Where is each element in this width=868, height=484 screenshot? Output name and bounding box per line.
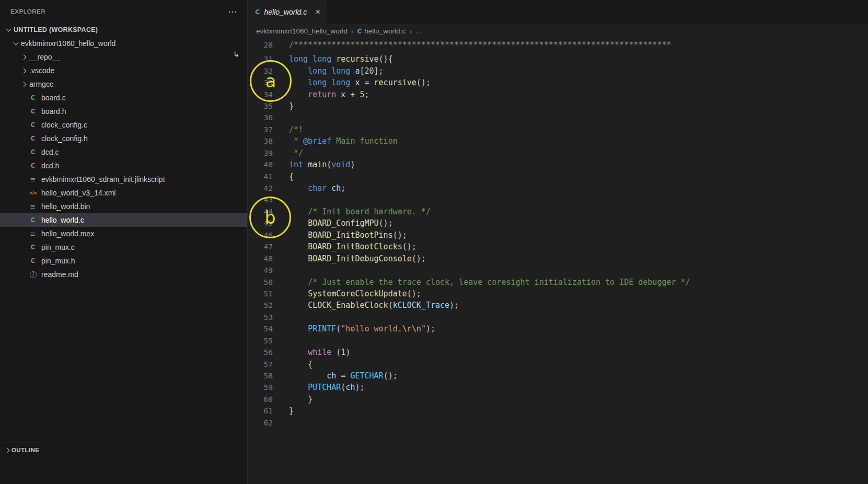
breadcrumb-segment[interactable]: evkbmimxrt1060_hello_world bbox=[256, 27, 348, 35]
close-icon[interactable]: × bbox=[315, 7, 320, 16]
line-number[interactable]: 54 bbox=[248, 325, 273, 333]
code-token: (); bbox=[412, 254, 426, 263]
tree-item-pin-mux-c[interactable]: Cpin_mux.c bbox=[0, 240, 247, 254]
tree-item-hello-world-bin[interactable]: ≡hello_world.bin bbox=[0, 200, 247, 213]
line-number[interactable]: 48 bbox=[248, 255, 273, 263]
code-text: BOARD_InitDebugConsole(); bbox=[273, 252, 426, 264]
line-number[interactable]: 33 bbox=[248, 78, 273, 87]
breadcrumb-segment[interactable]: Chello_world.c bbox=[357, 27, 406, 35]
code-line: 36 bbox=[248, 112, 868, 123]
c-file-icon: C bbox=[28, 244, 38, 251]
line-number[interactable]: 42 bbox=[248, 184, 273, 192]
tree-item-board-h[interactable]: Cboard.h bbox=[0, 105, 247, 118]
code-text: } bbox=[273, 394, 313, 405]
tree-item-dcd-c[interactable]: Cdcd.c bbox=[0, 145, 247, 159]
code-text: /***************************************… bbox=[273, 39, 672, 51]
line-number[interactable]: 46 bbox=[248, 231, 273, 239]
indent-guide-line bbox=[308, 370, 308, 382]
code-line: 61} bbox=[248, 405, 868, 417]
tree-item-hello-world-c[interactable]: Chello_world.c bbox=[0, 213, 247, 227]
line-number[interactable]: 32 bbox=[248, 67, 273, 75]
line-number[interactable]: 58 bbox=[248, 372, 273, 380]
tree-item-hello-world-mex[interactable]: ≡hello_world.mex bbox=[0, 227, 247, 240]
line-number[interactable]: 43 bbox=[248, 195, 273, 204]
code-text bbox=[273, 335, 289, 347]
breadcrumb-segment-label: evkbmimxrt1060_hello_world bbox=[256, 27, 348, 35]
code-token bbox=[289, 218, 308, 228]
line-number[interactable]: 55 bbox=[248, 337, 273, 345]
line-number[interactable]: 41 bbox=[248, 172, 273, 181]
code-line: 34 return x + 5; bbox=[248, 88, 868, 100]
tree-item-pin-mux-h[interactable]: Cpin_mux.h bbox=[0, 254, 247, 268]
tree-item-clock-config-c[interactable]: Cclock_config.c bbox=[0, 118, 247, 132]
line-number[interactable]: 35 bbox=[248, 102, 273, 110]
line-number[interactable]: 45 bbox=[248, 219, 273, 227]
code-token: Main function bbox=[331, 136, 397, 146]
tree-item-hello-world-v3-14-xml[interactable]: </>hello_world_v3_14.xml bbox=[0, 186, 247, 200]
line-number[interactable]: 40 bbox=[248, 160, 273, 169]
line-number[interactable]: 57 bbox=[248, 360, 273, 368]
tree-item-repo[interactable]: __repo__ bbox=[0, 50, 247, 64]
code-token bbox=[327, 183, 331, 193]
tree-item-evkbmimxrt1060-hello-world[interactable]: evkbmimxrt1060_hello_world bbox=[0, 37, 247, 50]
sidebar-header: EXPLORER ⋯ bbox=[0, 0, 247, 23]
line-number[interactable]: 28 bbox=[248, 41, 273, 49]
line-number[interactable]: 44 bbox=[248, 208, 273, 216]
workspace-root-item[interactable]: UNTITLED (WORKSPACE) bbox=[0, 23, 247, 37]
code-token: ch bbox=[331, 183, 341, 193]
tree-item-armgcc[interactable]: armgcc bbox=[0, 77, 247, 91]
tab-hello-world-c[interactable]: C hello_world.c × bbox=[248, 0, 327, 24]
line-number[interactable]: 52 bbox=[248, 301, 273, 309]
outline-section-header[interactable]: OUTLINE bbox=[0, 443, 247, 457]
code-token: ) bbox=[345, 348, 350, 357]
file-tree: evkbmimxrt1060_hello_world__repo__.vscod… bbox=[0, 37, 247, 281]
code-text: /* Init board hardware. */ bbox=[273, 206, 431, 217]
tree-item-clock-config-h[interactable]: Cclock_config.h bbox=[0, 132, 247, 145]
code-text bbox=[273, 194, 289, 205]
code-token: SystemCoreClockUpdate bbox=[308, 289, 407, 298]
sticky-scroll-line: 28/*************************************… bbox=[248, 39, 868, 51]
code-area: 28/*************************************… bbox=[248, 39, 868, 429]
code-token: void bbox=[331, 160, 350, 169]
code-token: ); bbox=[426, 324, 435, 333]
explorer-sidebar: EXPLORER ⋯ UNTITLED (WORKSPACE) evkbmimx… bbox=[0, 0, 248, 484]
line-number[interactable]: 59 bbox=[248, 383, 273, 391]
breadcrumb-segment[interactable]: … bbox=[415, 27, 423, 35]
line-number[interactable]: 36 bbox=[248, 113, 273, 122]
tree-item-label: hello_world.bin bbox=[41, 202, 90, 211]
code-token: } bbox=[289, 406, 294, 416]
code-text: BOARD_InitBootPins(); bbox=[273, 229, 407, 241]
line-number[interactable]: 56 bbox=[248, 348, 273, 356]
line-number[interactable]: 49 bbox=[248, 266, 273, 274]
more-actions-icon[interactable]: ⋯ bbox=[228, 7, 237, 16]
line-number[interactable]: 50 bbox=[248, 278, 273, 286]
tree-item-vscode[interactable]: .vscode bbox=[0, 64, 247, 77]
line-number[interactable]: 62 bbox=[248, 419, 273, 427]
line-number[interactable]: 51 bbox=[248, 290, 273, 298]
tree-item-readme-md[interactable]: ireadme.md bbox=[0, 268, 247, 281]
line-number[interactable]: 31 bbox=[248, 55, 273, 63]
code-line: 56 while (1) bbox=[248, 347, 868, 358]
tree-item-evkbmimxrt1060-sdram-init-jlinkscript[interactable]: ≡evkbmimxrt1060_sdram_init.jlinkscript bbox=[0, 172, 247, 186]
line-number[interactable]: 37 bbox=[248, 125, 273, 134]
code-token: (); bbox=[379, 218, 393, 228]
line-number[interactable]: 60 bbox=[248, 395, 273, 404]
tree-item-dcd-h[interactable]: Cdcd.h bbox=[0, 159, 247, 172]
line-number[interactable]: 34 bbox=[248, 90, 273, 99]
tree-item-board-c[interactable]: Cboard.c bbox=[0, 91, 247, 105]
code-token bbox=[289, 254, 308, 263]
code-token bbox=[289, 231, 308, 240]
tree-item-label: dcd.c bbox=[41, 148, 59, 156]
line-number[interactable]: 47 bbox=[248, 243, 273, 251]
code-text bbox=[273, 312, 289, 323]
breadcrumb: evkbmimxrt1060_hello_world›Chello_world.… bbox=[248, 24, 868, 39]
editor-area: C hello_world.c × evkbmimxrt1060_hello_w… bbox=[248, 0, 868, 484]
line-number[interactable]: 38 bbox=[248, 137, 273, 145]
line-number[interactable]: 39 bbox=[248, 149, 273, 157]
code-text bbox=[273, 112, 289, 123]
line-number[interactable]: 61 bbox=[248, 407, 273, 415]
code-token: /***************************************… bbox=[289, 40, 672, 50]
code-token: ch bbox=[327, 371, 336, 381]
code-text bbox=[273, 264, 289, 276]
line-number[interactable]: 53 bbox=[248, 313, 273, 321]
